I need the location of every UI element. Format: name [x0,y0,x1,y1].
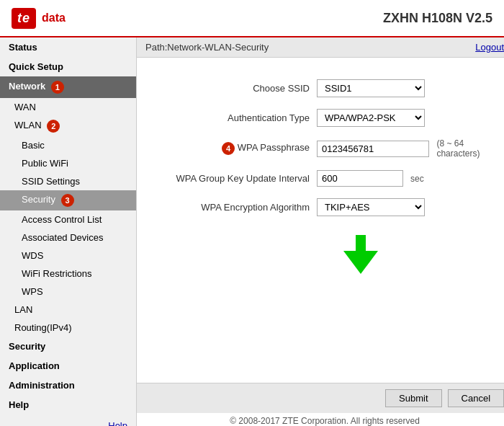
network-badge: 1 [51,81,64,94]
logout-link[interactable]: Logout [475,42,504,53]
sidebar-item-help[interactable]: Help [0,395,136,414]
passphrase-badge: 4 [222,142,235,155]
wlan-badge: 2 [47,120,60,133]
sidebar-item-wps[interactable]: WPS [0,283,136,301]
encryption-row: WPA Encryption Algorithm TKIP+AES TKIP A… [151,198,498,216]
sidebar-item-security-section[interactable]: Security [0,337,136,356]
path-text: Path:Network-WLAN-Security [145,42,269,53]
path-bar: Path:Network-WLAN-Security Logout [137,37,504,58]
passphrase-row: 4 WPA Passphrase (8 ~ 64 characters) [151,138,498,159]
form-area: Choose SSID SSID1 SSID2 SSID3 SSID4 Auth… [137,58,504,383]
bottom-section: Submit Cancel © 2008-2017 ZTE Corporatio… [137,383,504,426]
sidebar-item-administration[interactable]: Administration [0,376,136,395]
sidebar-item-routing-ipv4[interactable]: Routing(IPv4) [0,319,136,337]
sidebar-footer: Help [0,414,136,426]
sidebar-item-public-wifi[interactable]: Public WiFi [0,154,136,172]
sidebar-item-wlan[interactable]: WLAN 2 [0,116,136,136]
group-key-unit: sec [410,174,424,184]
sidebar-item-network[interactable]: Network 1 [0,76,136,98]
content-area: Path:Network-WLAN-Security Logout Choose… [137,37,504,426]
sidebar-item-basic[interactable]: Basic [0,136,136,154]
bottom-bar: Submit Cancel [137,383,504,413]
sidebar-item-access-control-list[interactable]: Access Control List [0,210,136,228]
logo-te-text: te [17,11,30,25]
device-name: ZXHN H108N V2.5 [383,11,492,26]
copyright-text: © 2008-2017 ZTE Corporation. All rights … [137,416,504,426]
sidebar-item-lan[interactable]: LAN [0,301,136,319]
wlan-label: WLAN [14,120,42,130]
sidebar: Status Quick Setup Network 1 WAN WLAN 2 … [0,37,137,426]
passphrase-hint: (8 ~ 64 characters) [436,138,498,159]
help-link[interactable]: Help [108,420,127,426]
logo-area: te data [12,8,66,29]
sidebar-item-security[interactable]: Security 3 [0,190,136,210]
passphrase-input[interactable] [317,141,429,157]
encryption-label: WPA Encryption Algorithm [151,202,310,213]
passphrase-label: 4 WPA Passphrase [151,142,310,155]
auth-label: Authentication Type [151,112,310,123]
down-arrow-wrapper [343,235,378,274]
sidebar-nav: Status Quick Setup Network 1 WAN WLAN 2 … [0,37,136,414]
ssid-row: Choose SSID SSID1 SSID2 SSID3 SSID4 [151,79,498,97]
sidebar-item-associated-devices[interactable]: Associated Devices [0,228,136,247]
cancel-button[interactable]: Cancel [448,389,504,407]
logo-icon: te [12,8,36,29]
header: te data ZXHN H108N V2.5 [0,0,504,37]
main-layout: Status Quick Setup Network 1 WAN WLAN 2 … [0,37,504,426]
ssid-select[interactable]: SSID1 SSID2 SSID3 SSID4 [317,79,425,97]
sidebar-item-status[interactable]: Status [0,37,136,57]
group-key-input[interactable] [317,170,403,187]
sidebar-item-application[interactable]: Application [0,356,136,376]
arrow-head [343,251,378,274]
sidebar-item-wifi-restrictions[interactable]: WiFi Restrictions [0,265,136,283]
ssid-label: Choose SSID [151,83,310,94]
group-key-label: WPA Group Key Update Interval [151,173,310,184]
auth-row: Authentication Type WPA/WPA2-PSK WPA/WPA… [151,109,498,127]
sidebar-item-quick-setup[interactable]: Quick Setup [0,57,136,76]
button-group: Submit Cancel [325,389,504,407]
arrow-area [151,228,498,274]
security-badge: 3 [61,194,74,207]
group-key-row: WPA Group Key Update Interval sec [151,170,498,187]
auth-select[interactable]: WPA/WPA2-PSK WPA/WPA2 None [317,109,425,127]
sidebar-item-wds[interactable]: WDS [0,247,136,265]
security-label: Security [22,194,55,205]
submit-button[interactable]: Submit [385,389,441,407]
arrow-stem [356,235,366,251]
sidebar-network-label: Network [9,81,45,92]
sidebar-item-wan[interactable]: WAN [0,98,136,116]
passphrase-label-text: WPA Passphrase [238,142,310,153]
sidebar-item-ssid-settings[interactable]: SSID Settings [0,172,136,190]
encryption-select[interactable]: TKIP+AES TKIP AES [317,198,425,216]
logo-data-text: data [42,12,66,25]
